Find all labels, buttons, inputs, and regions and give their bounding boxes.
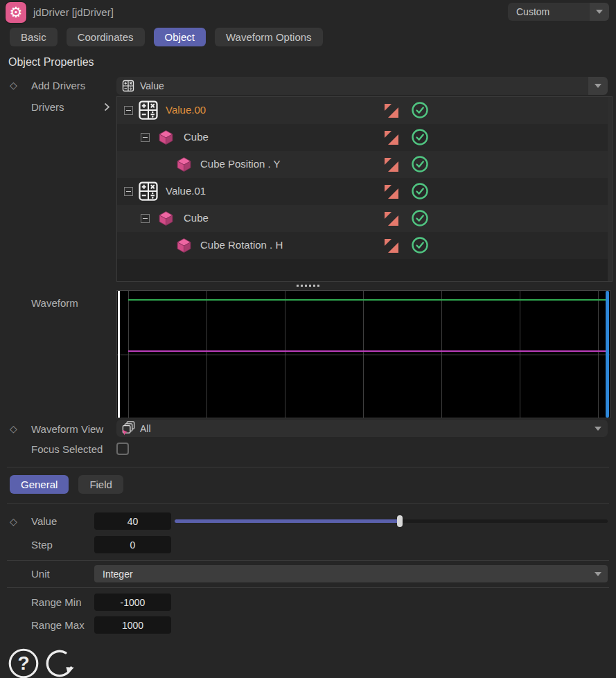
cube-icon xyxy=(157,210,175,227)
panel-splitter-handle[interactable] xyxy=(0,283,616,288)
tab-basic[interactable]: Basic xyxy=(10,28,58,46)
separator xyxy=(7,503,609,504)
tree-row-label[interactable]: Cube Position . Y xyxy=(200,158,281,170)
waveform-disabled-icon[interactable] xyxy=(383,238,400,254)
focus-selected-label: Focus Selected xyxy=(31,443,103,455)
separator xyxy=(7,560,609,561)
driver-type-value: Value xyxy=(134,80,588,91)
unit-dropdown[interactable]: Integer xyxy=(94,565,608,582)
range-max-input[interactable]: 1000 xyxy=(94,616,171,634)
waveform-scrollbar[interactable] xyxy=(606,291,609,418)
reset-icon[interactable] xyxy=(42,646,77,678)
waveform-view-dropdown[interactable]: All xyxy=(116,420,608,437)
tree-row-cube[interactable]: Cube xyxy=(117,205,608,232)
tree-row-label[interactable]: Cube xyxy=(184,212,209,224)
tab-coordinates[interactable]: Coordinates xyxy=(67,28,145,46)
waveform-playhead[interactable] xyxy=(118,291,120,418)
app-gear-icon: ⚙ xyxy=(6,2,26,23)
collapse-toggle-icon[interactable] xyxy=(124,106,133,115)
range-min-input[interactable]: -1000 xyxy=(94,594,171,611)
preset-dropdown[interactable]: Custom xyxy=(508,3,609,21)
gear-icon: ⚙ xyxy=(10,4,23,21)
unit-label: Unit xyxy=(31,568,50,580)
tree-row-cube-rotation-h[interactable]: Cube Rotation . H xyxy=(117,232,608,259)
tab-object[interactable]: Object xyxy=(154,28,206,46)
enabled-check-icon[interactable] xyxy=(411,182,429,200)
math-operators-icon xyxy=(138,100,159,121)
enabled-check-icon[interactable] xyxy=(411,101,429,119)
separator xyxy=(7,587,609,588)
tab-bar: Basic Coordinates Object Waveform Option… xyxy=(10,28,323,46)
diamond-icon: ◇ xyxy=(10,517,17,526)
cube-icon xyxy=(157,129,175,146)
tree-scrollbar[interactable] xyxy=(608,97,612,281)
step-input[interactable]: 0 xyxy=(94,536,171,553)
waveform-view-value: All xyxy=(136,423,588,434)
drivers-label: Drivers xyxy=(31,101,64,113)
tab-general[interactable]: General xyxy=(10,475,69,494)
enabled-check-icon[interactable] xyxy=(411,209,429,227)
waveform-plot[interactable] xyxy=(116,290,610,418)
preset-dropdown-value: Custom xyxy=(508,6,590,17)
chevron-down-icon[interactable] xyxy=(588,565,608,582)
value-input[interactable]: 40 xyxy=(94,512,171,530)
tree-row-label[interactable]: Value.01 xyxy=(166,185,206,197)
chevron-down-icon[interactable] xyxy=(590,3,609,21)
tab-field[interactable]: Field xyxy=(78,475,123,494)
range-min-label: Range Min xyxy=(31,596,82,608)
diamond-icon: ◇ xyxy=(10,424,17,434)
tree-row-cube[interactable]: Cube xyxy=(117,124,608,151)
add-drivers-label: Add Drivers xyxy=(31,80,85,91)
tree-row-label[interactable]: Cube xyxy=(184,131,209,143)
separator xyxy=(7,467,609,467)
jddriver-window: ⚙ jdDriver [jdDriver] Custom Basic Coord… xyxy=(0,0,616,678)
tab-waveform-options[interactable]: Waveform Options xyxy=(215,28,323,46)
chevron-down-icon[interactable] xyxy=(588,420,608,437)
enabled-check-icon[interactable] xyxy=(411,128,429,146)
value-slider-fill xyxy=(175,519,400,523)
waveform-disabled-icon[interactable] xyxy=(383,184,400,200)
tree-row-value01[interactable]: Value.01 xyxy=(117,178,608,205)
help-icon[interactable]: ? xyxy=(6,646,41,678)
enabled-check-icon[interactable] xyxy=(411,155,429,173)
focus-selected-checkbox[interactable] xyxy=(116,443,129,455)
tree-row-label[interactable]: Cube Rotation . H xyxy=(200,239,283,251)
diamond-icon: ◇ xyxy=(10,80,17,90)
window-title: jdDriver [jdDriver] xyxy=(33,6,114,18)
tree-row-value00[interactable]: Value.00 xyxy=(117,97,608,124)
tree-row-label[interactable]: Value.00 xyxy=(166,104,206,116)
chevron-right-icon[interactable] xyxy=(104,102,110,111)
driver-type-dropdown[interactable]: Value xyxy=(116,77,608,95)
math-operators-icon xyxy=(122,80,134,92)
collapse-toggle-icon[interactable] xyxy=(124,187,133,196)
value-slider-handle[interactable] xyxy=(397,515,403,527)
collapse-toggle-icon[interactable] xyxy=(141,214,150,223)
waveform-label: Waveform xyxy=(31,297,78,309)
enabled-check-icon[interactable] xyxy=(411,236,429,254)
detail-tab-bar: General Field xyxy=(10,475,123,494)
waveform-view-label: Waveform View xyxy=(31,423,103,435)
collapse-toggle-icon[interactable] xyxy=(141,133,150,142)
waveform-gridlines xyxy=(117,291,610,418)
driver-tree: Value.00 Cube xyxy=(116,96,613,282)
waveform-disabled-icon[interactable] xyxy=(383,157,400,173)
cube-icon xyxy=(175,237,193,254)
waveform-disabled-icon[interactable] xyxy=(383,130,400,146)
svg-text:?: ? xyxy=(17,652,29,674)
range-max-label: Range Max xyxy=(31,619,85,631)
cube-icon xyxy=(175,156,193,173)
waveform-disabled-icon[interactable] xyxy=(383,211,400,227)
section-title: Object Properties xyxy=(8,56,94,69)
waveform-disabled-icon[interactable] xyxy=(383,102,400,119)
waveform-canvas xyxy=(117,291,610,418)
value-slider[interactable] xyxy=(175,512,608,530)
layers-icon xyxy=(121,420,136,436)
tree-row-cube-position-y[interactable]: Cube Position . Y xyxy=(117,151,608,178)
unit-dropdown-value: Integer xyxy=(94,569,588,580)
chevron-down-icon[interactable] xyxy=(588,77,608,95)
step-label: Step xyxy=(31,539,53,551)
value-label: Value xyxy=(31,515,57,527)
math-operators-icon xyxy=(138,181,159,202)
